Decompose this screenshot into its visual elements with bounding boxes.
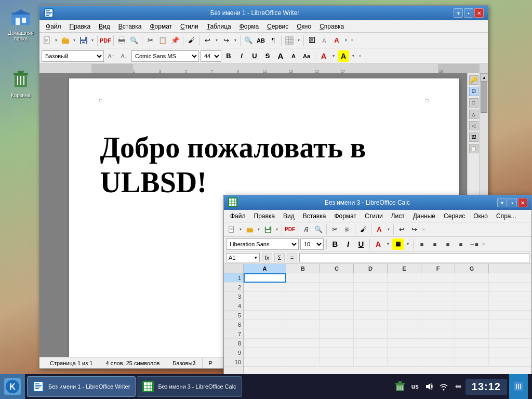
paste-btn[interactable]: 📌: [169, 35, 181, 46]
cell-B10[interactable]: [286, 357, 320, 367]
row-header-8[interactable]: 8: [224, 339, 243, 348]
find-btn[interactable]: 🔍: [243, 35, 254, 46]
cell-E6[interactable]: [388, 320, 421, 329]
cell-D7[interactable]: [354, 329, 388, 339]
fontcolor-writer-expand[interactable]: ▾: [331, 50, 336, 62]
cell-G3[interactable]: [455, 292, 489, 301]
preview-btn[interactable]: 🔍: [128, 35, 140, 46]
cell-C1[interactable]: [320, 273, 354, 283]
col-header-C[interactable]: C: [320, 264, 354, 273]
calc-save-expand[interactable]: ▾: [274, 224, 280, 235]
highlight-expand[interactable]: ▾: [351, 50, 356, 62]
formula-input[interactable]: [299, 253, 529, 262]
cell-A10[interactable]: [244, 357, 286, 367]
calc-fc-btn[interactable]: A: [373, 238, 384, 250]
row-header-4[interactable]: 4: [224, 301, 243, 311]
cell-C10[interactable]: [320, 357, 354, 367]
cell-ref-box[interactable]: A1 ▾: [226, 253, 260, 262]
menu-form[interactable]: Форма: [235, 22, 263, 31]
smaller-font-btn[interactable]: A: [288, 50, 299, 62]
cell-E7[interactable]: [388, 329, 421, 339]
row-header-1[interactable]: 1: [224, 273, 243, 283]
calc-font-select[interactable]: Liberation Sans: [226, 238, 299, 250]
cell-F7[interactable]: [421, 329, 455, 339]
undo-expand[interactable]: ▾: [214, 35, 219, 46]
save-btn[interactable]: [78, 35, 89, 46]
cell-B2[interactable]: [286, 283, 320, 292]
taskbar-calc-app[interactable]: Без имени 3 - LibreOffice Calc: [137, 376, 242, 397]
calc-new-btn[interactable]: [226, 224, 237, 235]
cell-C6[interactable]: [320, 320, 354, 329]
tray-volume[interactable]: [423, 381, 435, 392]
highlight-btn[interactable]: A: [338, 50, 349, 62]
cut-btn[interactable]: ✂: [144, 35, 156, 46]
spell-btn[interactable]: AB: [255, 35, 267, 46]
calc-cut-btn[interactable]: ✂: [329, 224, 340, 235]
cell-D2[interactable]: [354, 283, 388, 292]
calc-menu-sheet[interactable]: Лист: [387, 211, 409, 221]
print-btn[interactable]: [116, 35, 127, 46]
col-header-B[interactable]: B: [286, 264, 320, 273]
cell-D9[interactable]: [354, 348, 388, 357]
row-header-3[interactable]: 3: [224, 292, 243, 301]
cell-B7[interactable]: [286, 329, 320, 339]
cell-F8[interactable]: [421, 339, 455, 348]
image-btn[interactable]: 🖼: [306, 35, 317, 46]
sidebar-btn-7[interactable]: 📋: [469, 144, 478, 153]
pdf-btn[interactable]: PDF: [100, 35, 111, 46]
calc-more-expand[interactable]: »: [421, 224, 426, 235]
scroll-thumb[interactable]: [481, 82, 487, 113]
tray-arrows[interactable]: [452, 382, 463, 391]
cell-E2[interactable]: [388, 283, 421, 292]
cell-B1[interactable]: [286, 273, 320, 283]
calc-align-left[interactable]: ≡: [416, 238, 428, 250]
row-header-9[interactable]: 9: [224, 348, 243, 357]
writer-minimize-btn[interactable]: ▾: [454, 8, 463, 18]
calc-align-center[interactable]: ≡: [429, 238, 441, 250]
sidebar-btn-2[interactable]: ☑: [469, 87, 478, 96]
calc-fontcolor-btn[interactable]: A: [374, 224, 385, 235]
calc-menu-file[interactable]: Файл: [226, 211, 250, 221]
menu-styles[interactable]: Стили: [176, 22, 203, 31]
bigger-font-btn[interactable]: A: [275, 50, 286, 62]
cell-A8[interactable]: [244, 339, 286, 348]
calc-more-fmt-expand[interactable]: »: [481, 238, 486, 250]
new-file-btn[interactable]: [42, 35, 53, 46]
table-expand[interactable]: ▾: [296, 35, 301, 46]
open-file-btn[interactable]: [60, 35, 71, 46]
more-expand[interactable]: »: [350, 35, 355, 46]
cell-F10[interactable]: [421, 357, 455, 367]
cell-G1[interactable]: [455, 273, 489, 283]
cell-D5[interactable]: [354, 311, 388, 320]
calc-open-btn[interactable]: [244, 224, 256, 235]
cell-G2[interactable]: [455, 283, 489, 292]
menu-edit[interactable]: Правка: [65, 22, 95, 31]
sum-btn[interactable]: Σ: [274, 253, 285, 262]
calc-menu-styles[interactable]: Стили: [361, 211, 387, 221]
cell-A2[interactable]: [244, 283, 286, 292]
cell-C4[interactable]: [320, 301, 354, 311]
menu-window[interactable]: Окно: [292, 22, 315, 31]
new-file-expand[interactable]: ▾: [54, 35, 59, 46]
cell-B6[interactable]: [286, 320, 320, 329]
tray-keyboard[interactable]: us: [409, 382, 421, 391]
cell-A9[interactable]: [244, 348, 286, 357]
calc-save-btn[interactable]: [262, 224, 274, 235]
cell-C5[interactable]: [320, 311, 354, 320]
uppercase-btn[interactable]: Aa: [301, 50, 312, 62]
start-button[interactable]: K: [0, 374, 25, 399]
cell-F6[interactable]: [421, 320, 455, 329]
cell-B5[interactable]: [286, 311, 320, 320]
row-header-10[interactable]: 10: [224, 357, 243, 367]
tray-network[interactable]: [437, 381, 450, 392]
writer-maximize-btn[interactable]: ▪: [464, 8, 473, 18]
calc-undo-btn[interactable]: ↩: [396, 224, 407, 235]
calc-maximize-btn[interactable]: ▪: [508, 198, 517, 207]
menu-insert[interactable]: Вставка: [114, 22, 146, 31]
writer-close-btn[interactable]: ✕: [474, 8, 484, 18]
cell-F4[interactable]: [421, 301, 455, 311]
calc-open-expand[interactable]: ▾: [256, 224, 261, 235]
cell-D10[interactable]: [354, 357, 388, 367]
calc-align-right[interactable]: ≡: [442, 238, 454, 250]
cell-G6[interactable]: [455, 320, 489, 329]
